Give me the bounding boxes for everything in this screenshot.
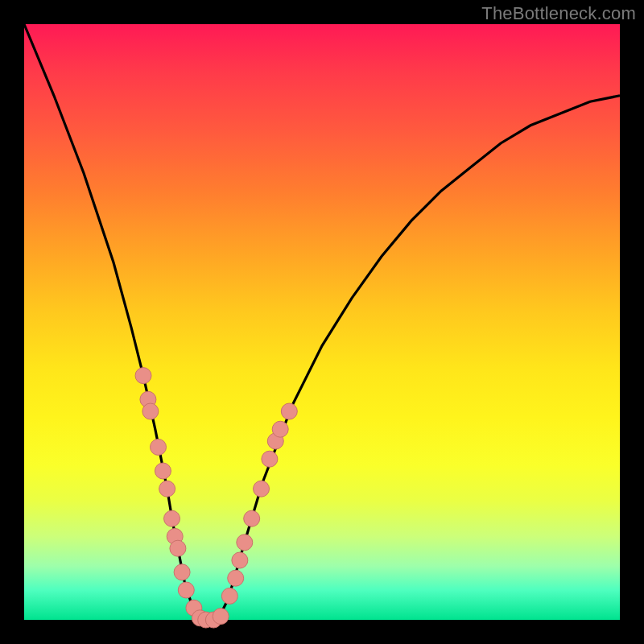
data-marker bbox=[155, 463, 171, 479]
chart-frame: TheBottleneck.com bbox=[0, 0, 644, 644]
data-marker bbox=[178, 582, 194, 598]
data-marker bbox=[237, 535, 253, 551]
data-marker bbox=[232, 552, 248, 568]
data-marker bbox=[135, 368, 151, 384]
data-marker bbox=[228, 570, 244, 586]
data-marker bbox=[142, 403, 159, 419]
data-marker bbox=[244, 510, 260, 526]
data-marker bbox=[174, 564, 190, 580]
data-marker bbox=[213, 609, 229, 625]
data-marker bbox=[272, 421, 288, 437]
data-marker bbox=[254, 481, 270, 497]
data-marker bbox=[262, 451, 278, 467]
curve-svg bbox=[24, 24, 620, 620]
data-marker bbox=[151, 439, 167, 455]
data-marker bbox=[159, 481, 175, 497]
data-markers bbox=[135, 368, 297, 628]
data-marker bbox=[170, 540, 186, 556]
bottleneck-curve bbox=[24, 24, 620, 620]
data-marker bbox=[281, 403, 297, 419]
plot-area bbox=[24, 24, 620, 620]
data-marker bbox=[164, 510, 180, 526]
watermark-text: TheBottleneck.com bbox=[481, 3, 636, 24]
data-marker bbox=[221, 588, 237, 604]
